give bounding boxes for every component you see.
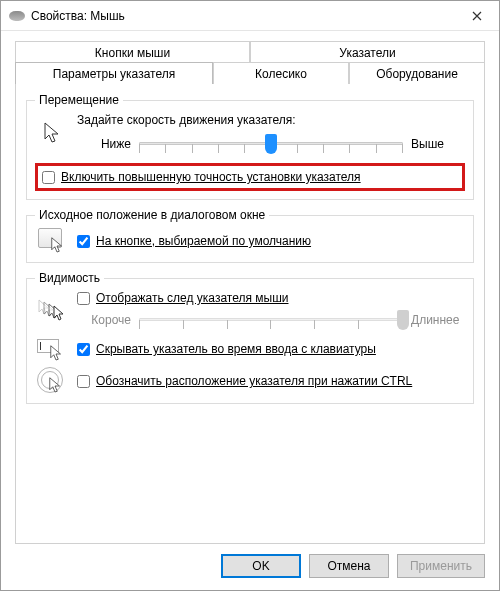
cancel-button[interactable]: Отмена [309,554,389,578]
dialog-buttons: OK Отмена Применить [1,544,499,590]
trails-input[interactable] [77,292,90,305]
group-snap: Исходное положение в диалоговом окне На … [26,208,474,263]
sonar-input[interactable] [77,375,90,388]
enhance-precision-label: Включить повышенную точность установки у… [61,170,361,184]
motion-prompt: Задайте скорость движения указателя: [77,113,465,127]
client-area: Кнопки мыши Указатели Параметры указател… [1,31,499,544]
tab-buttons[interactable]: Кнопки мыши [15,41,250,63]
hide-checkbox[interactable]: Скрывать указатель во время ввода с клав… [77,342,465,356]
pointer-speed-slider[interactable] [139,133,403,155]
trails-checkbox[interactable]: Отображать след указателя мыши [77,291,465,305]
window-title: Свойства: Мышь [31,9,455,23]
close-icon [472,11,482,21]
tab-panel-pointer-options: Перемещение Задайте скорость движения ук… [15,83,485,544]
snap-to-default-icon [38,228,66,254]
close-button[interactable] [455,1,499,31]
enhance-precision-input[interactable] [42,171,55,184]
group-visibility-legend: Видимость [35,271,104,285]
hide-label: Скрывать указатель во время ввода с клав… [96,342,376,356]
trails-label: Отображать след указателя мыши [96,291,289,305]
tab-pointers[interactable]: Указатели [250,41,485,63]
hide-input[interactable] [77,343,90,356]
titlebar: Свойства: Мышь [1,1,499,31]
show-location-icon [37,367,67,395]
tab-wheel[interactable]: Колесико [213,62,349,84]
tab-hardware[interactable]: Оборудование [349,62,485,84]
snap-label: На кнопке, выбираемой по умолчанию [96,234,311,248]
sonar-checkbox[interactable]: Обозначить расположение указателя при на… [77,374,465,388]
motion-min-label: Ниже [77,137,131,151]
tab-control: Кнопки мыши Указатели Параметры указател… [15,41,485,84]
group-snap-legend: Исходное положение в диалоговом окне [35,208,269,222]
snap-checkbox[interactable]: На кнопке, выбираемой по умолчанию [77,234,465,248]
ok-button[interactable]: OK [221,554,301,578]
enhance-precision-checkbox[interactable]: Включить повышенную точность установки у… [42,170,458,184]
group-visibility: Видимость [26,271,474,404]
pointer-trails-slider [139,309,403,331]
hide-while-typing-icon [37,337,67,361]
tab-pointer-options[interactable]: Параметры указателя [15,62,213,84]
pointer-trails-icon [37,299,67,323]
group-motion-legend: Перемещение [35,93,123,107]
trails-min-label: Короче [77,313,131,327]
snap-input[interactable] [77,235,90,248]
motion-max-label: Выше [411,137,465,151]
mouse-properties-dialog: Свойства: Мышь Кнопки мыши Указатели Пар… [0,0,500,591]
mouse-icon [9,11,25,21]
trails-max-label: Длиннее [411,313,465,327]
enhance-precision-highlight: Включить повышенную точность установки у… [35,163,465,191]
sonar-label: Обозначить расположение указателя при на… [96,374,412,388]
apply-button[interactable]: Применить [397,554,485,578]
group-motion: Перемещение Задайте скорость движения ук… [26,93,474,200]
cursor-arrow-icon [43,122,61,146]
